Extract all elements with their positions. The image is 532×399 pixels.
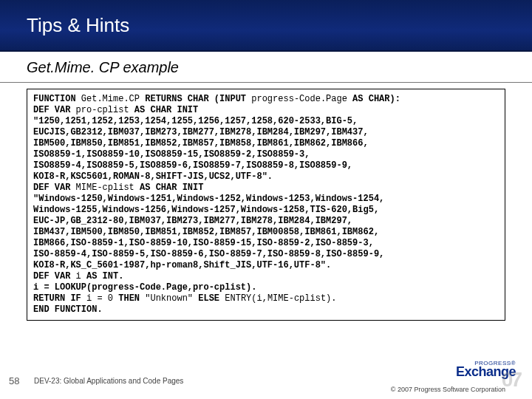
slide-footer: 58 DEV-23: Global Applications and Code … — [0, 362, 532, 399]
code-line-2: DEF VAR pro-cplist AS CHAR INIT — [33, 105, 499, 116]
code-block: FUNCTION Get.Mime.CP RETURNS CHAR (INPUT… — [27, 89, 505, 321]
slide-header: Tips & Hints — [0, 0, 532, 52]
code-line-6: RETURN IF i = 0 THEN "Unknown" ELSE ENTR… — [33, 293, 499, 304]
code-line-1: FUNCTION Get.Mime.CP RETURNS CHAR (INPUT… — [33, 94, 499, 105]
code-line-4: DEF VAR i AS INT. — [33, 271, 499, 282]
code-line-7: END FUNCTION. — [33, 304, 499, 316]
slide-title: Tips & Hints — [27, 14, 129, 37]
code-block-2: "Windows-1250,Windows-1251,Windows-1252,… — [33, 194, 499, 271]
page-number: 58 — [9, 375, 25, 386]
code-line-3: DEF VAR MIME-cplist AS CHAR INIT — [33, 183, 499, 194]
code-line-5: i = LOOKUP(progress-Code.Page,pro-cplist… — [33, 282, 499, 293]
slide-subtitle: Get.Mime. CP example — [0, 52, 532, 83]
copyright-text: © 2007 Progress Software Corporation — [391, 386, 505, 393]
code-block-1: "1250,1251,1252,1253,1254,1255,1256,1257… — [33, 116, 499, 183]
footer-title: DEV-23: Global Applications and Code Pag… — [34, 377, 183, 385]
